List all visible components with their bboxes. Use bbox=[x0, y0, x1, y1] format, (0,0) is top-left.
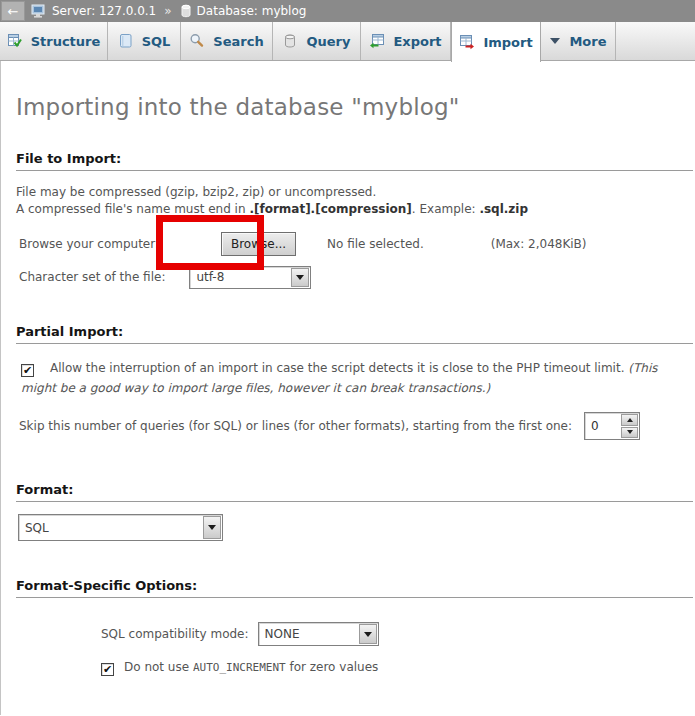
tab-label: Export bbox=[393, 34, 441, 49]
chevron-down-icon bbox=[296, 275, 304, 280]
allow-interrupt-row: ✔Allow the interruption of an import in … bbox=[16, 358, 678, 398]
tab-import[interactable]: Import bbox=[451, 22, 541, 62]
sql-compat-label: SQL compatibility mode: bbox=[101, 627, 249, 641]
chevron-down-icon bbox=[364, 632, 372, 637]
charset-selected-value: utf-8 bbox=[190, 267, 290, 288]
tab-strip: Structure SQL Search Query bbox=[0, 22, 695, 61]
query-database-icon bbox=[282, 33, 298, 49]
max-upload-size: (Max: 2,048KiB) bbox=[491, 237, 587, 251]
auto-increment-row: ✔Do not use AUTO_INCREMENT for zero valu… bbox=[16, 659, 695, 676]
tab-label: Import bbox=[483, 35, 532, 50]
section-format: Format: bbox=[16, 482, 693, 502]
auto-increment-checkbox[interactable]: ✔ bbox=[101, 663, 114, 676]
chevron-down-icon bbox=[549, 37, 561, 45]
server-icon bbox=[31, 4, 47, 19]
breadcrumb: Server: 127.0.0.1 » Database: myblog bbox=[31, 4, 306, 19]
compression-line2-mid: . Example: bbox=[412, 202, 480, 216]
allow-interrupt-checkbox[interactable]: ✔ bbox=[21, 364, 34, 377]
tab-query[interactable]: Query bbox=[273, 22, 361, 60]
back-arrow-icon: ← bbox=[8, 4, 19, 19]
compression-format-pattern: .[format].[compression] bbox=[249, 202, 411, 216]
format-selected-value: SQL bbox=[19, 515, 202, 540]
spinner-up-button[interactable] bbox=[621, 414, 638, 426]
no-file-selected-text: No file selected. bbox=[327, 237, 424, 251]
compression-note: File may be compressed (gzip, bzip2, zip… bbox=[16, 184, 695, 218]
sql-compat-select[interactable]: NONE bbox=[258, 622, 379, 646]
tab-label: Query bbox=[306, 34, 350, 49]
breadcrumb-database-link[interactable]: Database: myblog bbox=[197, 4, 307, 18]
import-icon bbox=[459, 34, 475, 50]
allow-interrupt-label: Allow the interruption of an import in c… bbox=[50, 361, 628, 375]
charset-label: Character set of the file: bbox=[19, 270, 165, 284]
skip-queries-input[interactable] bbox=[585, 413, 620, 439]
skip-queries-row: Skip this number of queries (for SQL) or… bbox=[16, 411, 695, 441]
compression-example: .sql.zip bbox=[479, 202, 528, 216]
skip-queries-spinner bbox=[584, 412, 640, 440]
breadcrumb-separator: » bbox=[164, 4, 171, 18]
tab-search[interactable]: Search bbox=[181, 22, 273, 60]
import-page: Importing into the database "myblog" Fil… bbox=[0, 61, 695, 715]
auto-increment-label-suffix: for zero values bbox=[286, 660, 379, 674]
section-file-to-import: File to Import: bbox=[16, 151, 693, 171]
charset-select[interactable]: utf-8 bbox=[189, 266, 311, 289]
tab-label: SQL bbox=[142, 34, 171, 49]
tab-label: Search bbox=[213, 34, 263, 49]
breadcrumb-bar: ← Server: 127.0.0.1 » Database: myblog bbox=[0, 0, 695, 22]
chevron-down-icon bbox=[627, 430, 633, 434]
database-icon bbox=[180, 4, 192, 18]
compression-line1: File may be compressed (gzip, bzip2, zip… bbox=[16, 185, 376, 199]
sql-compat-row: SQL compatibility mode: NONE bbox=[16, 621, 695, 647]
breadcrumb-server-link[interactable]: Server: 127.0.0.1 bbox=[52, 4, 156, 18]
search-icon bbox=[189, 33, 205, 49]
tab-structure[interactable]: Structure bbox=[0, 22, 108, 60]
chevron-up-icon bbox=[627, 418, 633, 422]
tab-more[interactable]: More bbox=[541, 22, 616, 60]
structure-table-icon bbox=[7, 33, 23, 49]
tab-label: Structure bbox=[31, 34, 101, 49]
section-partial-import: Partial Import: bbox=[16, 324, 693, 344]
sql-compat-dropdown-button[interactable] bbox=[359, 624, 377, 644]
tab-sql[interactable]: SQL bbox=[108, 22, 181, 60]
sql-page-icon bbox=[118, 33, 134, 49]
skip-queries-label: Skip this number of queries (for SQL) or… bbox=[19, 419, 572, 433]
sql-compat-selected-value: NONE bbox=[259, 623, 358, 645]
auto-increment-keyword: AUTO_INCREMENT bbox=[193, 661, 286, 674]
format-select[interactable]: SQL bbox=[18, 514, 223, 541]
back-arrow-button[interactable]: ← bbox=[1, 1, 25, 21]
file-upload-row: Browse your computer: Browse... No file … bbox=[16, 231, 695, 257]
charset-dropdown-button[interactable] bbox=[291, 268, 309, 287]
section-format-specific-options: Format-Specific Options: bbox=[16, 578, 693, 598]
export-icon bbox=[369, 33, 385, 49]
page-title: Importing into the database "myblog" bbox=[16, 61, 695, 120]
charset-row: Character set of the file: utf-8 bbox=[16, 265, 695, 289]
chevron-down-icon bbox=[208, 525, 216, 530]
tab-export[interactable]: Export bbox=[361, 22, 451, 60]
browse-label: Browse your computer: bbox=[19, 237, 159, 251]
browse-button[interactable]: Browse... bbox=[221, 232, 296, 256]
format-dropdown-button[interactable] bbox=[203, 516, 221, 539]
spinner-down-button[interactable] bbox=[621, 427, 638, 439]
tab-label: More bbox=[569, 34, 606, 49]
compression-line2-prefix: A compressed file's name must end in bbox=[16, 202, 249, 216]
auto-increment-label-prefix: Do not use bbox=[124, 660, 193, 674]
